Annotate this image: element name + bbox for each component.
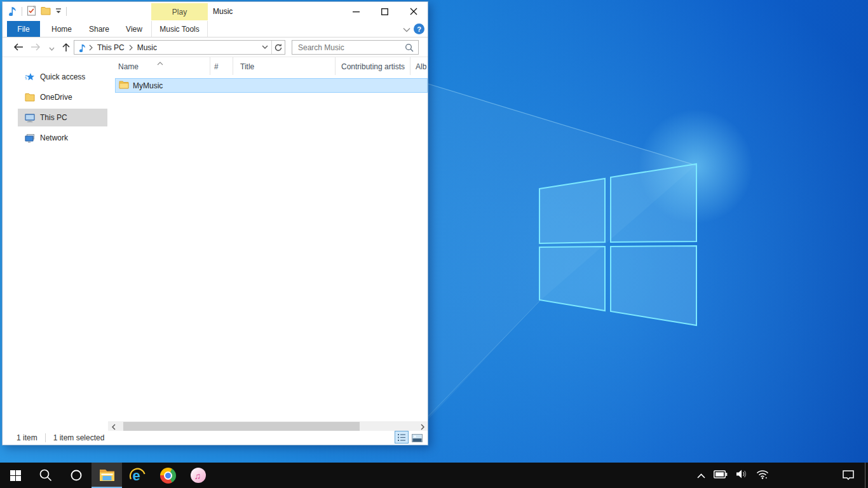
details-view-button[interactable] (395, 431, 409, 444)
tab-music-tools[interactable]: Music Tools (151, 21, 208, 37)
system-tray (697, 463, 769, 488)
column-label: Title (240, 62, 254, 71)
breadcrumb-chevron-icon[interactable] (89, 44, 93, 51)
breadcrumb-this-pc[interactable]: This PC (95, 43, 126, 52)
column-header-name[interactable]: Name (107, 57, 210, 75)
maximize-button[interactable] (370, 2, 399, 21)
action-center-button[interactable] (837, 463, 859, 488)
navigation-pane: Quick access OneDrive This PC Network (3, 57, 107, 419)
selected-count: 1 item selected (53, 433, 105, 442)
tab-home[interactable]: Home (43, 21, 80, 37)
column-header-number[interactable]: # (210, 57, 233, 75)
address-dropdown-chevron-icon[interactable] (259, 41, 271, 54)
column-headers: Name # Title Contributing artists Alb (107, 57, 428, 75)
address-bar-row: This PC Music (3, 37, 428, 57)
wifi-icon[interactable] (756, 470, 769, 482)
column-label: # (214, 62, 219, 71)
taskbar-search-button[interactable] (31, 463, 61, 488)
sidebar-item-label: OneDrive (40, 93, 72, 102)
status-divider (45, 433, 46, 442)
column-label: Contributing artists (341, 62, 405, 71)
app-music-note-icon (8, 6, 17, 18)
cortana-button[interactable] (61, 463, 92, 488)
internet-explorer-button[interactable]: e (122, 463, 153, 488)
volume-icon[interactable] (736, 469, 748, 482)
tab-share[interactable]: Share (83, 21, 116, 37)
expand-ribbon-chevron-icon[interactable] (403, 25, 410, 34)
ribbon-tabs: File Home Share View Music Tools ? (3, 21, 428, 37)
file-explorer-window: Play Music File Home Share View Music To… (2, 1, 428, 445)
network-computers-icon (25, 133, 35, 143)
recent-locations-chevron-icon[interactable] (49, 44, 55, 53)
qat-separator (22, 7, 22, 16)
close-button[interactable] (399, 2, 428, 21)
column-header-title[interactable]: Title (233, 57, 336, 75)
sidebar-item-label: Quick access (40, 72, 85, 81)
status-bar: 1 item 1 item selected (3, 431, 428, 445)
refresh-button[interactable] (272, 41, 285, 54)
onedrive-folder-icon (25, 93, 35, 102)
sidebar-item-label: Network (40, 133, 68, 142)
svg-text:e: e (132, 468, 140, 484)
sidebar-item-this-pc[interactable]: This PC (18, 109, 107, 126)
chrome-button[interactable] (153, 463, 183, 488)
file-list-view[interactable]: Name # Title Contributing artists Alb (107, 57, 428, 419)
new-folder-icon[interactable] (41, 6, 51, 17)
sidebar-item-quick-access[interactable]: Quick access (18, 68, 107, 86)
breadcrumb-chevron-icon[interactable] (129, 44, 133, 51)
column-header-album[interactable]: Alb (410, 57, 428, 75)
hidden-icons-chevron-icon[interactable] (697, 470, 705, 481)
file-row-mymusic[interactable]: MyMusic (115, 78, 428, 93)
breadcrumb-music[interactable]: Music (135, 43, 159, 52)
search-input[interactable] (292, 43, 405, 52)
column-label: Alb (416, 62, 426, 71)
titlebar[interactable]: Play Music (3, 2, 428, 21)
sort-ascending-icon (157, 58, 163, 67)
scrollbar-thumb[interactable] (123, 422, 360, 431)
taskbar: e ♫ (0, 463, 868, 488)
this-pc-monitor-icon (25, 113, 35, 123)
file-name: MyMusic (133, 81, 163, 90)
tab-file[interactable]: File (7, 21, 40, 37)
qat-separator (66, 7, 67, 16)
forward-button[interactable] (31, 43, 41, 53)
search-icon[interactable] (405, 43, 414, 52)
sidebar-item-onedrive[interactable]: OneDrive (18, 88, 107, 106)
column-header-contributing-artists[interactable]: Contributing artists (336, 57, 410, 75)
screen: Play Music File Home Share View Music To… (0, 0, 868, 488)
folder-icon (119, 81, 129, 91)
minimize-button[interactable] (342, 2, 370, 21)
properties-icon[interactable] (27, 6, 36, 18)
item-count: 1 item (17, 433, 37, 442)
quick-access-toolbar (8, 2, 67, 21)
help-button[interactable]: ? (414, 24, 424, 34)
back-button[interactable] (13, 43, 24, 53)
tab-view[interactable]: View (118, 21, 150, 37)
large-icons-view-button[interactable] (410, 433, 423, 444)
qat-customize-dropdown-icon[interactable] (55, 7, 62, 16)
quick-access-star-icon (25, 72, 35, 82)
search-box[interactable] (292, 40, 419, 55)
show-desktop-button[interactable] (865, 463, 868, 488)
chrome-icon (160, 468, 176, 484)
svg-text:♫: ♫ (194, 471, 201, 481)
start-button[interactable] (0, 463, 31, 488)
battery-icon[interactable] (714, 470, 728, 481)
itunes-button[interactable]: ♫ (183, 463, 214, 488)
address-breadcrumb-bar[interactable]: This PC Music (74, 40, 285, 55)
folder-location-music-icon (79, 43, 86, 52)
up-button[interactable] (62, 43, 71, 54)
contextual-tab-group-header[interactable]: Play (151, 3, 208, 20)
sidebar-item-network[interactable]: Network (18, 129, 107, 147)
column-label: Name (118, 62, 139, 71)
sidebar-item-label: This PC (40, 113, 67, 122)
taskbar-file-explorer-button[interactable] (92, 463, 122, 488)
window-title: Music (213, 7, 233, 16)
